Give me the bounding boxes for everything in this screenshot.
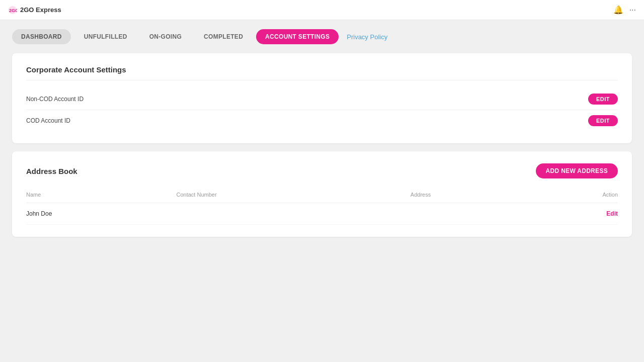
col-address: Address [411, 189, 528, 203]
tab-account-settings[interactable]: ACCOUNT SETTINGS [256, 29, 339, 44]
bell-icon[interactable]: 🔔 [613, 5, 623, 15]
row-name: John Doe [26, 203, 176, 225]
main-content: Corporate Account Settings Non-COD Accou… [0, 53, 644, 237]
corporate-settings-card: Corporate Account Settings Non-COD Accou… [12, 53, 632, 143]
non-cod-row: Non-COD Account ID EDIT [26, 88, 618, 110]
nav: DASHBOARD UNFULFILLED ON-GOING COMPLETED… [0, 20, 644, 53]
col-action: Action [528, 189, 618, 203]
address-book-header: Address Book ADD NEW ADDRESS [26, 163, 618, 178]
col-name: Name [26, 189, 176, 203]
tab-unfulfilled[interactable]: UNFULFILLED [75, 29, 136, 44]
topbar-actions: 🔔 ··· [613, 5, 636, 15]
cod-edit-button[interactable]: EDIT [588, 115, 618, 126]
address-book-title: Address Book [26, 167, 77, 175]
row-edit-button[interactable]: Edit [606, 210, 618, 217]
cod-label: COD Account ID [26, 117, 70, 124]
tab-completed[interactable]: COMPLETED [195, 29, 252, 44]
col-contact: Contact Number [176, 189, 410, 203]
svg-text:2GO: 2GO [9, 8, 17, 13]
tab-dashboard[interactable]: DASHBOARD [12, 29, 71, 44]
non-cod-edit-button[interactable]: EDIT [588, 94, 618, 105]
row-action-cell: Edit [528, 203, 618, 225]
address-table: Name Contact Number Address Action John … [26, 189, 618, 225]
table-header-row: Name Contact Number Address Action [26, 189, 618, 203]
tab-on-going[interactable]: ON-GOING [140, 29, 191, 44]
corporate-settings-title: Corporate Account Settings [26, 65, 618, 80]
address-book-card: Address Book ADD NEW ADDRESS Name Contac… [12, 151, 632, 237]
table-row: John Doe Edit [26, 203, 618, 225]
logo-icon: 2GO [8, 6, 17, 15]
more-icon[interactable]: ··· [629, 6, 636, 15]
row-contact [176, 203, 410, 225]
app-name: 2GO Express [20, 6, 61, 14]
topbar: 2GO 2GO Express 🔔 ··· [0, 0, 644, 20]
cod-row: COD Account ID EDIT [26, 110, 618, 131]
app-logo: 2GO 2GO Express [8, 6, 61, 15]
row-address [411, 203, 528, 225]
non-cod-label: Non-COD Account ID [26, 96, 84, 103]
add-new-address-button[interactable]: ADD NEW ADDRESS [536, 163, 618, 178]
privacy-policy-link[interactable]: Privacy Policy [347, 33, 387, 41]
